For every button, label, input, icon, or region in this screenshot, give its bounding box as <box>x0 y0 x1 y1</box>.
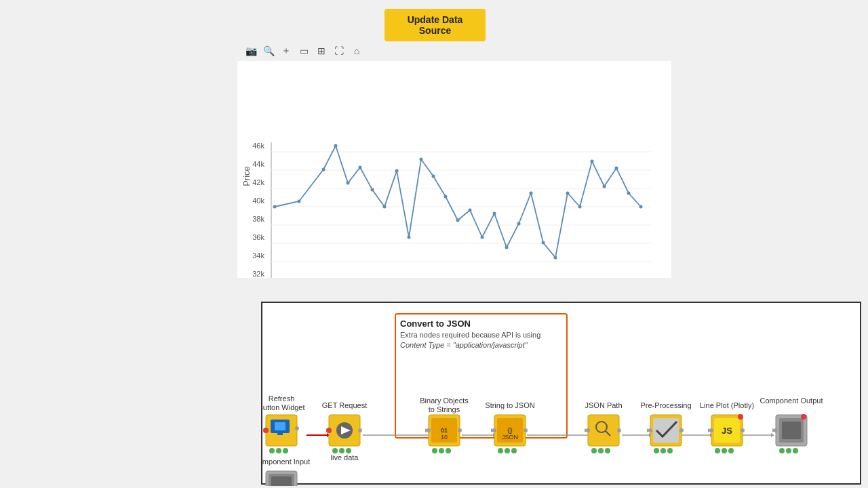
svg-point-38 <box>444 195 448 199</box>
svg-point-130 <box>660 448 666 453</box>
svg-point-43 <box>505 246 509 249</box>
svg-point-52 <box>615 167 618 170</box>
svg-text:10: 10 <box>441 434 448 441</box>
svg-point-99 <box>432 448 437 453</box>
svg-point-35 <box>408 236 411 239</box>
svg-point-78 <box>276 448 281 453</box>
svg-point-151 <box>786 448 791 453</box>
node-get-request[interactable]: GET Request live data <box>322 401 367 462</box>
svg-point-28 <box>322 168 326 171</box>
svg-point-42 <box>493 212 496 216</box>
svg-text:32k: 32k <box>252 270 264 278</box>
node-json-path[interactable]: JSON Path <box>585 401 623 453</box>
square-icon[interactable]: ▭ <box>297 44 311 58</box>
svg-point-140 <box>715 448 720 453</box>
node-component-output[interactable]: Component Output <box>760 396 823 453</box>
svg-text:JSON Path: JSON Path <box>585 401 622 409</box>
svg-point-41 <box>481 236 484 239</box>
svg-point-26 <box>273 205 277 209</box>
svg-point-79 <box>283 448 288 453</box>
svg-point-120 <box>591 448 597 453</box>
svg-point-47 <box>554 256 557 260</box>
svg-point-139 <box>741 428 745 432</box>
svg-point-128 <box>679 428 684 432</box>
svg-text:Pre-Processing: Pre-Processing <box>640 401 691 409</box>
svg-point-100 <box>439 448 444 453</box>
svg-point-141 <box>722 448 727 453</box>
svg-point-36 <box>420 158 423 161</box>
chart-area: Price 30k 32k 34k 36k 38k 40k 42k 44k 46… <box>237 61 671 278</box>
chart-line <box>275 146 641 258</box>
svg-point-86 <box>332 448 338 453</box>
svg-point-110 <box>498 448 503 453</box>
svg-point-37 <box>432 175 435 178</box>
svg-text:44k: 44k <box>252 160 264 168</box>
node-string-to-json[interactable]: String to JSON {} JSON <box>485 401 534 453</box>
svg-point-142 <box>728 448 734 453</box>
svg-point-121 <box>598 448 604 453</box>
flow-svg: Refresh Button Widget GET Request <box>262 303 863 486</box>
svg-rect-114 <box>588 415 619 446</box>
svg-text:JSON: JSON <box>502 434 518 441</box>
svg-text:34k: 34k <box>252 251 264 260</box>
svg-text:Binary Objects: Binary Objects <box>420 396 469 405</box>
node-pre-processing[interactable]: Pre-Processing <box>640 401 691 453</box>
svg-text:38k: 38k <box>252 215 264 223</box>
svg-point-129 <box>654 448 659 453</box>
svg-rect-73 <box>275 422 285 430</box>
update-data-source-button[interactable]: Update Data Source <box>384 9 486 41</box>
svg-point-136 <box>738 414 743 420</box>
svg-point-53 <box>627 192 631 195</box>
svg-point-152 <box>793 448 798 453</box>
svg-point-87 <box>339 448 344 453</box>
svg-point-40 <box>469 209 472 212</box>
svg-point-112 <box>511 448 517 453</box>
svg-text:Component Input: Component Input <box>262 458 310 466</box>
svg-point-109 <box>524 428 528 432</box>
svg-text:{}: {} <box>507 427 513 434</box>
plus-icon[interactable]: ＋ <box>279 44 293 58</box>
svg-point-44 <box>517 222 521 226</box>
svg-point-39 <box>456 219 460 222</box>
svg-text:36k: 36k <box>252 233 264 241</box>
svg-point-33 <box>383 205 387 209</box>
node-line-plot[interactable]: Line Plot (Plotly) JS <box>700 401 754 453</box>
svg-text:42k: 42k <box>252 178 264 186</box>
svg-point-45 <box>530 192 533 195</box>
svg-text:01: 01 <box>441 427 448 434</box>
svg-point-131 <box>667 448 673 453</box>
svg-point-51 <box>603 185 606 188</box>
svg-point-111 <box>505 448 510 453</box>
svg-point-32 <box>371 188 374 192</box>
svg-point-54 <box>639 205 643 209</box>
svg-point-49 <box>578 205 582 209</box>
svg-point-75 <box>263 428 269 433</box>
svg-point-77 <box>269 448 275 453</box>
svg-point-122 <box>605 448 610 453</box>
svg-point-150 <box>779 448 785 453</box>
svg-text:Refresh: Refresh <box>269 394 295 403</box>
chart-toolbar: 📷 🔍 ＋ ▭ ⊞ ⛶ ⌂ <box>244 44 363 58</box>
grid-icon[interactable]: ⊞ <box>315 44 328 58</box>
svg-marker-68 <box>771 433 774 437</box>
svg-point-101 <box>446 448 451 453</box>
node-binary-to-strings[interactable]: Binary Objects to Strings 01 10 <box>420 396 469 453</box>
svg-point-29 <box>334 144 338 148</box>
camera-icon[interactable]: 📷 <box>244 44 258 58</box>
svg-point-84 <box>326 428 332 433</box>
svg-point-48 <box>566 192 570 195</box>
svg-text:Button Widget: Button Widget <box>262 403 305 411</box>
svg-point-76 <box>295 426 299 430</box>
svg-text:Line Plot (Plotly): Line Plot (Plotly) <box>700 401 754 409</box>
home-icon[interactable]: ⌂ <box>350 44 363 58</box>
svg-point-31 <box>359 166 362 169</box>
node-refresh-button[interactable]: Refresh Button Widget <box>262 394 305 453</box>
expand-icon[interactable]: ⛶ <box>332 44 346 58</box>
line-chart: Price 30k 32k 34k 36k 38k 40k 42k 44k 46… <box>237 61 671 278</box>
svg-point-27 <box>298 200 301 203</box>
zoom-icon[interactable]: 🔍 <box>262 44 275 58</box>
svg-text:GET Request: GET Request <box>322 401 367 409</box>
svg-rect-74 <box>277 433 283 435</box>
node-component-input[interactable]: Component Input <box>262 458 310 486</box>
svg-point-30 <box>347 182 350 185</box>
